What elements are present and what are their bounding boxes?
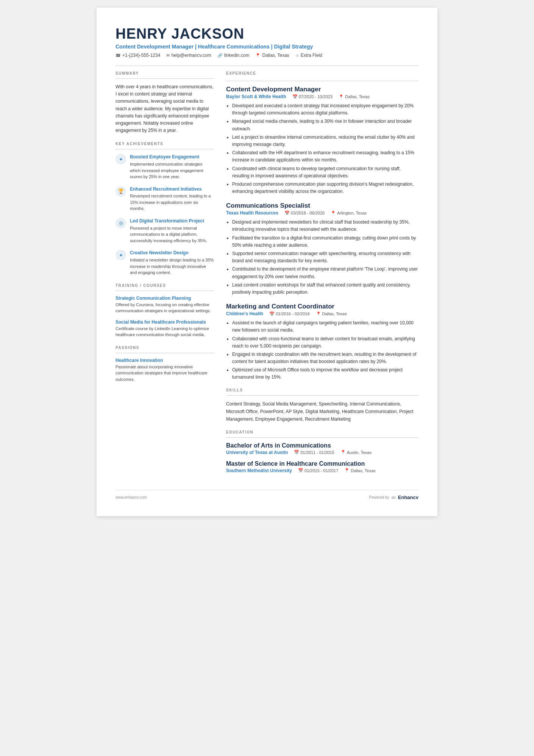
job-location-2: 📍 Arlington, Texas bbox=[331, 211, 367, 216]
bullet-1-2: Managed social media channels, leading t… bbox=[232, 118, 418, 132]
pin-icon-2: 📍 bbox=[331, 211, 336, 216]
job-location-3: 📍 Dallas, Texas bbox=[316, 311, 347, 316]
header: HENRY JACKSON Content Development Manage… bbox=[116, 26, 418, 58]
job-3: Marketing and Content Coordinator Childr… bbox=[226, 303, 418, 381]
bullet-1-3: Led a project to streamline internal com… bbox=[232, 134, 418, 148]
location-icon: 📍 bbox=[255, 53, 261, 58]
achievement-icon-2: 🏆 bbox=[116, 186, 126, 197]
education-section: EDUCATION Bachelor of Arts in Communicat… bbox=[226, 430, 418, 473]
skills-text: Content Strategy, Social Media Managemen… bbox=[226, 400, 418, 423]
bullet-3-1: Assisted in the launch of digital campai… bbox=[232, 319, 418, 334]
edu-dates-2: 📅 01/2015 - 01/2017 bbox=[298, 468, 338, 473]
summary-label: SUMMARY bbox=[116, 71, 214, 75]
degree-title-2: Master of Science in Healthcare Communic… bbox=[226, 460, 418, 467]
achievement-icon-4: ✦ bbox=[116, 250, 126, 260]
bullet-3-3: Engaged in strategic coordination with t… bbox=[232, 351, 418, 365]
skills-section: SKILLS Content Strategy, Social Media Ma… bbox=[226, 388, 418, 423]
training-section: TRAINING / COURSES Strategic Communicati… bbox=[116, 283, 214, 338]
candidate-name: HENRY JACKSON bbox=[116, 26, 418, 42]
bullet-3-4: Optimized use of Microsoft Office tools … bbox=[232, 366, 418, 381]
achievement-item-1: ✦ Boosted Employee Engagement Implemente… bbox=[116, 154, 214, 180]
achievement-item-2: 🏆 Enhanced Recruitment Initiatives Revam… bbox=[116, 186, 214, 212]
job-dates-3: 📅 01/2016 - 02/2018 bbox=[269, 311, 309, 316]
degree-2: Master of Science in Healthcare Communic… bbox=[226, 460, 418, 473]
job-bullets-3: Assisted in the launch of digital campai… bbox=[226, 319, 418, 381]
training-desc-1: Offered by Coursera, focusing on creatin… bbox=[116, 302, 214, 314]
achievement-icon-1: ✦ bbox=[116, 154, 126, 164]
job-meta-1: Baylor Scott & White Health 📅 07/2020 - … bbox=[226, 94, 418, 99]
skills-label: SKILLS bbox=[226, 388, 418, 392]
job-meta-3: Children's Health 📅 01/2016 - 02/2018 📍 … bbox=[226, 311, 418, 316]
edu-dates-1: 📅 01/2011 - 01/2015 bbox=[294, 450, 334, 455]
job-company-3: Children's Health bbox=[226, 311, 263, 316]
edu-calendar-icon-1: 📅 bbox=[294, 450, 299, 455]
achievement-title-2: Enhanced Recruitment Initiatives bbox=[130, 186, 214, 193]
footer: www.enhancv.com Powered by ∞ Enhancv bbox=[116, 490, 418, 501]
edu-calendar-icon-2: 📅 bbox=[298, 468, 303, 473]
edu-pin-icon-1: 📍 bbox=[340, 450, 346, 455]
candidate-subtitle: Content Development Manager | Healthcare… bbox=[116, 44, 418, 50]
achievement-item-4: ✦ Creative Newsletter Design Initiated a… bbox=[116, 250, 214, 275]
star-icon: ☆ bbox=[295, 53, 299, 58]
experience-section: EXPERIENCE Content Development Manager B… bbox=[226, 71, 418, 381]
job-company-1: Baylor Scott & White Health bbox=[226, 94, 286, 99]
footer-url: www.enhancv.com bbox=[116, 495, 147, 499]
edu-meta-2: Southern Methodist University 📅 01/2015 … bbox=[226, 468, 418, 473]
passion-title-1: Healthcare Innovation bbox=[116, 358, 214, 363]
footer-powered: Powered by ∞ Enhancv bbox=[369, 494, 418, 501]
passions-label: PASSIONS bbox=[116, 346, 214, 350]
education-label: EDUCATION bbox=[226, 430, 418, 434]
degree-title-1: Bachelor of Arts in Communications bbox=[226, 442, 418, 449]
bullet-2-5: Lead content creation workshops for staf… bbox=[232, 282, 418, 296]
link-icon: 🔗 bbox=[217, 53, 223, 58]
passions-section: PASSIONS Healthcare Innovation Passionat… bbox=[116, 346, 214, 383]
achievement-title-4: Creative Newsletter Design bbox=[130, 250, 214, 256]
achievement-desc-2: Revamped recruitment content, leading to… bbox=[130, 193, 214, 212]
pin-icon-1: 📍 bbox=[339, 94, 344, 99]
summary-section: SUMMARY With over 4 years in healthcare … bbox=[116, 71, 214, 134]
bullet-1-5: Coordinated with clinical teams to devel… bbox=[232, 165, 418, 180]
job-bullets-2: Designed and implemented newsletters for… bbox=[226, 219, 418, 296]
pin-icon-3: 📍 bbox=[316, 311, 321, 316]
email-icon: ✉ bbox=[166, 53, 170, 58]
enhancv-brand: Enhancv bbox=[398, 495, 418, 500]
job-title-2: Communications Specialist bbox=[226, 202, 418, 210]
left-column: SUMMARY With over 4 years in healthcare … bbox=[116, 71, 214, 479]
contact-phone: ☎ +1-(234)-555-1234 bbox=[116, 53, 160, 58]
training-item-2: Social Media for Healthcare Professional… bbox=[116, 319, 214, 338]
summary-text: With over 4 years in healthcare communic… bbox=[116, 83, 214, 134]
edu-location-1: 📍 Austin, Texas bbox=[340, 450, 372, 455]
achievement-icon-3: ◎ bbox=[116, 218, 126, 229]
achievement-title-1: Boosted Employee Engagement bbox=[130, 154, 214, 160]
phone-icon: ☎ bbox=[116, 53, 121, 58]
job-title-1: Content Development Manager bbox=[226, 86, 418, 93]
contact-linkedin: 🔗 linkedin.com bbox=[217, 53, 250, 58]
training-title-1: Strategic Communication Planning bbox=[116, 296, 214, 301]
bullet-2-2: Facilitated the transition to a digital-… bbox=[232, 235, 418, 249]
bullet-2-3: Supported senior communication manager w… bbox=[232, 250, 418, 265]
key-achievements-section: KEY ACHIEVEMENTS ✦ Boosted Employee Enga… bbox=[116, 142, 214, 275]
bullet-1-6: Produced comprehensive communication pla… bbox=[232, 181, 418, 195]
job-company-2: Texas Health Resources bbox=[226, 210, 278, 216]
main-layout: SUMMARY With over 4 years in healthcare … bbox=[116, 71, 418, 479]
contact-row: ☎ +1-(234)-555-1234 ✉ help@enhancv.com 🔗… bbox=[116, 53, 418, 58]
job-dates-2: 📅 03/2018 - 06/2020 bbox=[284, 211, 325, 216]
degree-1: Bachelor of Arts in Communications Unive… bbox=[226, 442, 418, 455]
achievement-desc-3: Pioneered a project to move internal com… bbox=[130, 225, 214, 244]
achievement-item-3: ◎ Led Digital Transformation Project Pio… bbox=[116, 218, 214, 244]
training-title-2: Social Media for Healthcare Professional… bbox=[116, 319, 214, 325]
achievements-label: KEY ACHIEVEMENTS bbox=[116, 142, 214, 146]
contact-email: ✉ help@enhancv.com bbox=[166, 53, 211, 58]
achievement-title-3: Led Digital Transformation Project bbox=[130, 218, 214, 224]
contact-location: 📍 Dallas, Texas bbox=[255, 53, 289, 58]
training-item-1: Strategic Communication Planning Offered… bbox=[116, 296, 214, 314]
experience-label: EXPERIENCE bbox=[226, 71, 418, 75]
passion-item-1: Healthcare Innovation Passionate about i… bbox=[116, 358, 214, 383]
edu-school-1: University of Texas at Austin bbox=[226, 450, 288, 455]
achievement-desc-1: Implemented communication strategies whi… bbox=[130, 161, 214, 180]
training-desc-2: Certificate course by LinkedIn Learning … bbox=[116, 326, 214, 338]
bullet-1-4: Collaborated with the HR department to e… bbox=[232, 149, 418, 164]
job-bullets-1: Developed and executed a content strateg… bbox=[226, 102, 418, 195]
job-1: Content Development Manager Baylor Scott… bbox=[226, 86, 418, 195]
edu-pin-icon-2: 📍 bbox=[344, 468, 350, 473]
